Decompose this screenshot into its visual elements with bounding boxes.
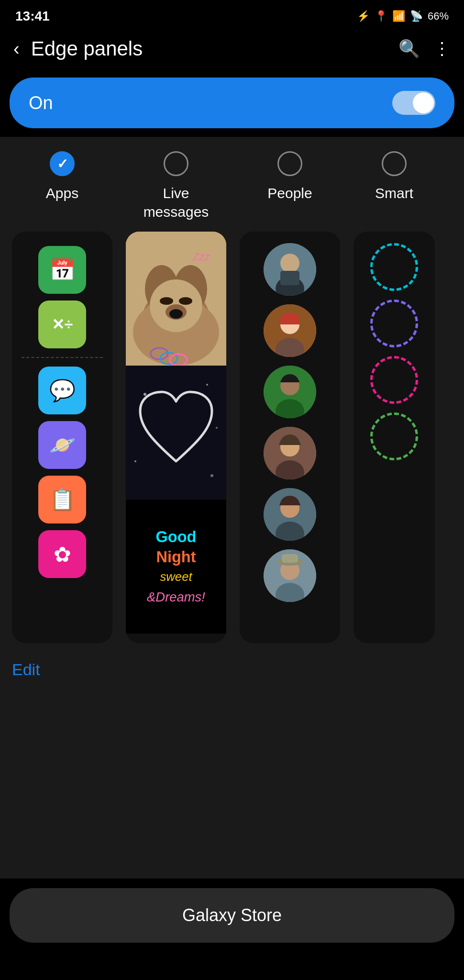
svg-point-17	[216, 427, 218, 429]
page-title: Edge panels	[31, 37, 398, 60]
galaxy-store-section[interactable]: Galaxy Store	[10, 888, 454, 943]
messages-app-icon[interactable]: 💬	[38, 367, 86, 414]
smart-panel-card	[354, 232, 435, 643]
status-icons: ⚡ 📍 📶 📡 66%	[357, 10, 449, 22]
panel-col-live: Live messages	[123, 151, 229, 689]
topaz-app-icon[interactable]: 📋	[38, 476, 86, 523]
heart-svg	[126, 366, 226, 500]
panel-col-smart: Smart	[351, 151, 437, 689]
panel-col-apps: Apps 📅 ✕÷ 💬 🪐 📋 ✿	[10, 151, 115, 689]
svg-rect-45	[282, 554, 298, 563]
avatar-3[interactable]	[264, 366, 316, 418]
svg-point-9	[169, 309, 183, 319]
avatar-5[interactable]	[264, 488, 316, 541]
smart-panel-name: Smart	[375, 184, 413, 222]
status-bar: 13:41 ⚡ 📍 📶 📡 66%	[0, 0, 464, 29]
edge-panels-toggle[interactable]	[392, 91, 435, 115]
people-radio[interactable]	[277, 151, 302, 176]
flower-app-icon[interactable]: ✿	[38, 530, 86, 578]
more-options-icon[interactable]: ⋮	[433, 39, 451, 59]
svg-point-7	[179, 297, 192, 305]
svg-point-16	[206, 384, 208, 386]
status-time: 13:41	[15, 9, 50, 24]
panel-col-people: People	[237, 151, 342, 689]
top-bar: ‹ Edge panels 🔍 ⋮	[0, 29, 464, 69]
wifi-icon: 📶	[392, 10, 405, 22]
goodnight-svg: Good Night sweet &Dreams!	[126, 509, 226, 624]
live-img-goodnight: Good Night sweet &Dreams!	[126, 500, 226, 634]
apps-panel-name: Apps	[46, 184, 78, 222]
svg-text:Zzz: Zzz	[192, 251, 210, 263]
avatar-2[interactable]	[264, 304, 316, 357]
avatar-6[interactable]	[264, 549, 316, 602]
svg-point-26	[280, 254, 299, 273]
apps-divider	[22, 357, 103, 358]
svg-text:sweet: sweet	[160, 570, 193, 583]
smart-icon-2[interactable]	[370, 300, 418, 347]
live-panel-card: Zzz	[126, 232, 226, 643]
location-icon: 📍	[375, 10, 387, 22]
galaxy-store-label: Galaxy Store	[182, 905, 282, 925]
smart-icon-1[interactable]	[370, 243, 418, 291]
calendar-icon-symbol: 📅	[49, 257, 76, 282]
msg-icon-symbol: 💬	[49, 378, 76, 403]
people-panel-card	[240, 232, 340, 643]
dog-svg: Zzz	[126, 232, 226, 366]
planet-app-icon[interactable]: 🪐	[38, 421, 86, 469]
smart-icon-3[interactable]	[370, 356, 418, 404]
top-actions: 🔍 ⋮	[398, 39, 451, 59]
svg-rect-20	[133, 509, 219, 624]
calculator-app-icon[interactable]: ✕÷	[38, 301, 86, 348]
back-button[interactable]: ‹	[13, 39, 20, 59]
live-panel-name: Live messages	[144, 184, 209, 222]
svg-text:&Dreams!: &Dreams!	[147, 590, 205, 604]
calendar-app-icon[interactable]: 📅	[38, 246, 86, 294]
panels-section: Apps 📅 ✕÷ 💬 🪐 📋 ✿	[0, 137, 464, 879]
avatar-4[interactable]	[264, 427, 316, 479]
svg-text:Night: Night	[156, 548, 196, 566]
topaz-icon-symbol: 📋	[49, 487, 76, 512]
live-img-dog: Zzz	[126, 232, 226, 366]
svg-point-6	[160, 297, 173, 305]
battery-level: 66%	[428, 10, 449, 22]
people-panel-name: People	[267, 184, 312, 222]
smart-icon-4[interactable]	[370, 412, 418, 460]
toggle-knob	[413, 92, 434, 113]
flower-icon-symbol: ✿	[54, 542, 71, 567]
svg-point-15	[144, 393, 146, 396]
bluetooth-icon: ⚡	[357, 10, 370, 22]
search-icon[interactable]: 🔍	[398, 39, 420, 59]
live-radio[interactable]	[164, 151, 188, 176]
svg-text:Good: Good	[156, 528, 197, 546]
smart-radio[interactable]	[382, 151, 407, 176]
avatar-1[interactable]	[264, 243, 316, 296]
calc-icon-symbol: ✕÷	[52, 315, 73, 334]
panels-scroll: Apps 📅 ✕÷ 💬 🪐 📋 ✿	[10, 151, 454, 689]
svg-rect-28	[280, 271, 299, 285]
svg-point-18	[134, 460, 136, 462]
svg-point-19	[210, 474, 213, 477]
svg-rect-14	[126, 366, 226, 500]
toggle-label: On	[29, 93, 53, 113]
edit-button[interactable]: Edit	[12, 651, 112, 689]
apps-panel-card: 📅 ✕÷ 💬 🪐 📋 ✿	[12, 232, 112, 643]
signal-icon: 📡	[410, 10, 423, 22]
planet-icon-symbol: 🪐	[49, 433, 76, 457]
live-img-heart	[126, 366, 226, 500]
apps-radio[interactable]	[50, 151, 75, 176]
toggle-row: On	[10, 78, 454, 128]
